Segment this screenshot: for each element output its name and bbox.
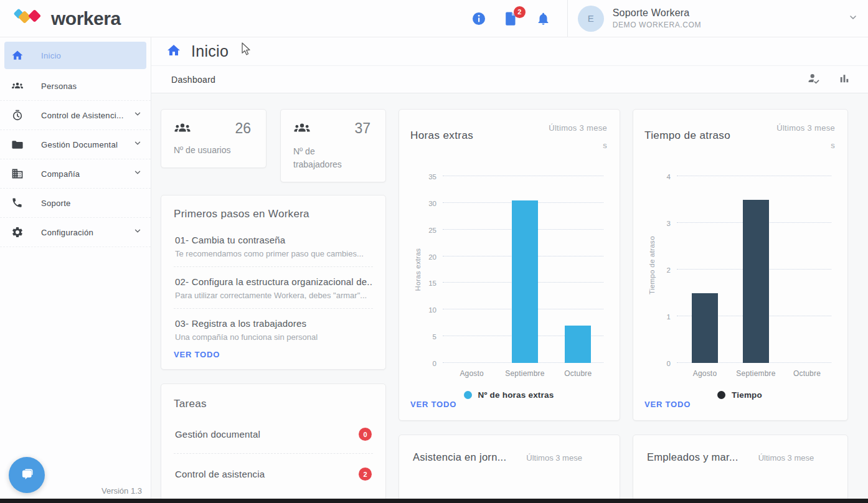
task-count-badge: 2 — [359, 468, 372, 481]
chat-widget-button[interactable] — [9, 457, 45, 493]
sidebar-item-gestion-documental[interactable]: Gestión Documental — [0, 130, 151, 159]
bottom-edge-strip — [0, 499, 868, 503]
bar-slot — [498, 176, 551, 363]
tasks-title: Tareas — [174, 398, 373, 410]
chart-legend: Tiempo — [644, 390, 835, 400]
y-tick-label: 3 — [667, 220, 671, 227]
bar-agosto — [692, 293, 718, 364]
chart-subtitle: Últimos 3 mese s — [776, 123, 835, 150]
chart-subtitle: Últimos 3 mese s — [549, 123, 607, 150]
chart-card-tiempo-atraso: Tiempo de atraso Últimos 3 mese s Tiempo… — [633, 109, 848, 421]
workera-logo-icon — [12, 7, 45, 31]
breadcrumb: Dashboard — [171, 75, 215, 85]
sidebar-item-soporte[interactable]: Soporte — [0, 189, 151, 218]
y-tick-label: 0 — [667, 360, 671, 367]
documents-badge: 2 — [514, 6, 526, 18]
ver-todo-link[interactable]: VER TODO — [644, 400, 835, 409]
chevron-down-icon[interactable] — [133, 110, 142, 121]
y-tick-label: 25 — [428, 227, 436, 234]
card-asistencia-jornada: Asistencia en jorn... Últimos 3 mese — [399, 435, 620, 503]
card-empleados-marcas: Empleados y mar... Últimos 3 mese — [633, 435, 848, 503]
bar-septiembre — [512, 200, 538, 363]
dashboard-content: 26 Nº de usuarios 37 Nº de trabajadores … — [151, 93, 868, 503]
legend-dot — [717, 391, 725, 399]
x-tick-label: Septiembre — [498, 363, 551, 380]
x-tick-label: Septiembre — [730, 363, 781, 380]
card-title: Empleados y mar... — [647, 451, 738, 463]
sidebar-item-control-asistencia[interactable]: Control de Asistenci... — [0, 101, 151, 130]
sidebar-item-configuracion[interactable]: Configuración — [0, 218, 151, 247]
y-tick-label: 35 — [428, 173, 436, 181]
x-labels: AgostoSeptiembreOctubre — [443, 363, 607, 380]
y-tick-label: 20 — [428, 253, 436, 261]
stat-card-trabajadores: 37 Nº de trabajadores — [280, 109, 386, 182]
first-step-item[interactable]: 02- Configura la estructura organizacion… — [174, 266, 373, 308]
chevron-down-icon[interactable] — [133, 168, 142, 179]
chat-bubble-icon — [17, 466, 36, 484]
x-tick-label: Octubre — [552, 363, 605, 380]
notifications-icon[interactable] — [536, 11, 551, 26]
bar-septiembre — [743, 200, 769, 364]
person-check-icon[interactable] — [807, 72, 821, 88]
sidebar-item-personas[interactable]: Personas — [0, 72, 151, 101]
people-icon — [11, 80, 24, 92]
stat-value: 26 — [235, 120, 251, 137]
sidebar: Inicio Personas Control de Asistenci... … — [0, 37, 151, 503]
chevron-down-icon[interactable] — [848, 12, 858, 25]
first-steps-title: Primeros pasos en Workera — [174, 208, 373, 220]
task-row-gestion-documental[interactable]: Gestión documental 0 — [174, 414, 373, 453]
folder-icon — [11, 138, 24, 151]
topbar: workera 2 E Soporte Workera DEMO WORKERA… — [0, 0, 868, 37]
first-step-item[interactable]: 01- Cambia tu contraseña Te recomendamos… — [174, 225, 373, 266]
y-tick-label: 10 — [428, 306, 436, 314]
first-step-item[interactable]: 03- Registra a los trabajadores Una comp… — [174, 308, 373, 350]
page-header: Inicio — [151, 37, 868, 66]
sidebar-item-inicio[interactable]: Inicio — [4, 42, 146, 69]
page-title: Inicio — [191, 42, 229, 60]
sidebar-item-label: Personas — [41, 82, 77, 91]
bar-slot — [781, 176, 833, 363]
x-tick-label: Agosto — [445, 363, 498, 380]
info-icon[interactable] — [471, 11, 486, 26]
legend-label: Tiempo — [732, 390, 762, 400]
ver-todo-link[interactable]: VER TODO — [410, 400, 607, 409]
people-icon — [293, 120, 311, 137]
sidebar-item-compania[interactable]: Compañía — [0, 159, 151, 189]
sidebar-item-label: Configuración — [41, 228, 93, 237]
user-profile[interactable]: E Soporte Workera DEMO WORKERA.COM — [578, 6, 858, 32]
plot-area — [677, 176, 835, 363]
card-subtitle: Últimos 3 mese — [526, 453, 582, 463]
chart-title: Tiempo de atraso — [644, 123, 730, 150]
sidebar-item-label: Soporte — [41, 199, 71, 208]
sidebar-item-label: Inicio — [41, 51, 61, 60]
card-subtitle: Últimos 3 mese — [758, 453, 814, 463]
y-tick-label: 5 — [433, 333, 436, 341]
tasks-card: Tareas Gestión documental 0 Control de a… — [161, 383, 386, 503]
y-ticks: 05101520253035 — [420, 176, 443, 363]
chevron-down-icon[interactable] — [133, 227, 142, 238]
sidebar-item-label: Control de Asistenci... — [41, 111, 124, 120]
bar-octubre — [565, 326, 591, 363]
bar-chart-icon[interactable] — [838, 72, 851, 87]
building-icon — [11, 167, 24, 180]
task-row-control-asistencia[interactable]: Control de asistencia 2 — [174, 453, 373, 493]
y-tick-label: 15 — [428, 280, 436, 287]
x-tick-label: Agosto — [679, 363, 730, 380]
topbar-divider — [567, 0, 568, 37]
stat-label: Nº de usuarios — [171, 144, 256, 157]
app-version: Versión 1.3 — [101, 486, 142, 496]
sidebar-item-label: Gestión Documental — [41, 140, 118, 149]
y-tick-label: 2 — [667, 266, 671, 274]
sidebar-item-label: Compañía — [41, 169, 80, 179]
breadcrumb-bar: Dashboard — [151, 66, 868, 93]
avatar: E — [578, 6, 604, 32]
documents-icon[interactable]: 2 — [504, 11, 519, 26]
ver-todo-link[interactable]: VER TODO — [174, 350, 373, 359]
chevron-down-icon[interactable] — [133, 139, 142, 150]
bar-slot — [445, 176, 498, 363]
workera-logo[interactable]: workera — [12, 7, 121, 31]
chart-legend: Nº de horas extras — [410, 390, 607, 400]
user-name: Soporte Workera — [613, 7, 701, 19]
y-tick-label: 0 — [433, 360, 436, 367]
chart-card-horas-extras: Horas extras Últimos 3 mese s Horas extr… — [399, 109, 620, 421]
